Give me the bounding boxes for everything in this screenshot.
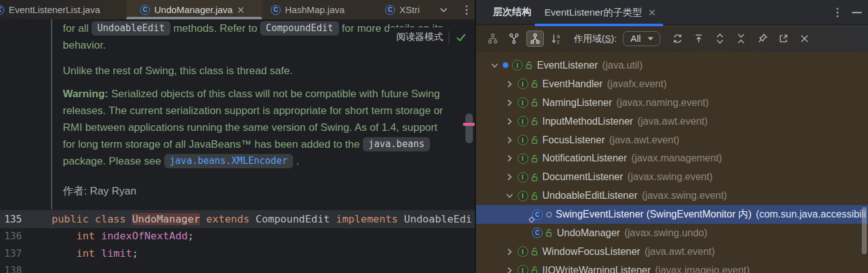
- chevron-right-icon[interactable]: [505, 98, 515, 108]
- tree-row-eventlistener[interactable]: IEventListener(java.util): [476, 56, 868, 75]
- public-lock-icon: [531, 98, 539, 107]
- type-name: UndoableEditListener: [543, 190, 638, 201]
- type-package: (javax.swing.event): [642, 190, 727, 201]
- chevron-right-icon[interactable]: [505, 266, 515, 273]
- tab-xstri[interactable]: C XStri: [374, 0, 434, 19]
- public-lock-icon: [531, 117, 539, 125]
- code-ref-link[interactable]: java.beans.XMLEncoder: [164, 154, 294, 168]
- chevron-right-icon[interactable]: [505, 117, 515, 127]
- panel-options-kebab-icon[interactable]: [836, 7, 839, 18]
- scope-dropdown[interactable]: All: [623, 31, 660, 46]
- type-name: UndoManager: [557, 228, 620, 239]
- type-package: (javax.management): [632, 153, 722, 164]
- public-lock-icon: [531, 192, 539, 200]
- tree-row-iiowritewarninglistener[interactable]: IIIOWriteWarningListener(javax.imageio.e…: [476, 261, 868, 273]
- code-ref-link[interactable]: UndoableEdit: [91, 21, 170, 36]
- chevron-right-icon[interactable]: [505, 153, 515, 163]
- doc-line: for all UndoableEdit methods. Refer to C…: [63, 20, 443, 37]
- expand-to-top-icon[interactable]: [690, 31, 707, 47]
- local-visibility-icon: [546, 212, 552, 218]
- anonymous-class-icon: C: [532, 209, 543, 220]
- close-icon[interactable]: [237, 6, 245, 14]
- doc-line: Warning: Serialized objects of this clas…: [63, 85, 440, 102]
- code-line[interactable]: public class UndoManager extends Compoun…: [52, 211, 472, 228]
- hierarchy-tab[interactable]: EventListener的子类型: [534, 0, 663, 25]
- tree-row-undoableeditlistener[interactable]: IUndoableEditListener(javax.swing.event): [476, 186, 868, 205]
- doc-line: releases. The current serialization supp…: [63, 102, 443, 119]
- chevron-down-icon[interactable]: [505, 191, 515, 201]
- chevron-right-icon[interactable]: [505, 79, 515, 89]
- ide-window: C EventListenerList.java C UndoManager.j…: [0, 0, 868, 273]
- code-line[interactable]: int limit;: [52, 245, 138, 262]
- public-lock-icon: [531, 173, 539, 181]
- tree-row-notificationlistener[interactable]: INotificationListener(javax.management): [476, 149, 868, 168]
- type-package: (com.sun.java.accessibili: [756, 209, 866, 220]
- hierarchy-tree: IEventListener(java.util)IEventHandler(j…: [476, 54, 868, 273]
- editor-pane: C EventListenerList.java C UndoManager.j…: [0, 0, 475, 273]
- pin-icon[interactable]: [754, 31, 771, 47]
- close-icon[interactable]: [648, 9, 656, 16]
- tab-undomanager[interactable]: C UndoManager.java: [126, 0, 262, 19]
- tree-row-documentlistener[interactable]: IDocumentListener(javax.swing.event): [476, 168, 868, 186]
- tab-label: HashMap.java: [285, 4, 345, 15]
- inspections-ok-check-icon[interactable]: [455, 31, 467, 44]
- minimize-icon[interactable]: [852, 11, 862, 14]
- error-stripe-marker[interactable]: [463, 123, 475, 126]
- public-lock-icon: [531, 117, 539, 125]
- code-line[interactable]: int indexOfNextAdd;: [52, 228, 194, 245]
- supertypes-hierarchy-icon[interactable]: [505, 31, 523, 47]
- tab-hashmap[interactable]: C HashMap.java: [262, 0, 374, 19]
- reader-mode-widget[interactable]: 阅读器模式: [389, 27, 471, 47]
- type-name: EventHandler: [543, 79, 603, 90]
- chevron-right-icon[interactable]: [505, 247, 515, 257]
- public-lock-icon: [531, 155, 539, 163]
- line-number: 138: [4, 262, 22, 273]
- tree-row-inputmethodlistener[interactable]: IInputMethodListener(java.awt.event): [476, 112, 868, 131]
- public-lock-icon: [546, 229, 553, 237]
- type-package: (javax.swing.event): [627, 171, 712, 183]
- class-hierarchy-icon[interactable]: [484, 31, 502, 47]
- tree-scrollbar-thumb[interactable]: [862, 207, 867, 254]
- tree-row-naminglistener[interactable]: INamingListener(javax.naming.event): [476, 93, 868, 112]
- tab-eventlistenerlist[interactable]: C EventListenerList.java: [0, 0, 126, 19]
- tree-row-eventhandler[interactable]: IEventHandler(javafx.event): [476, 75, 868, 93]
- editor-body[interactable]: for all UndoableEdit methods. Refer to C…: [0, 19, 475, 273]
- expand-all-icon[interactable]: [711, 31, 729, 47]
- doc-line: behavior.: [63, 37, 106, 54]
- code-ref-link[interactable]: java.beans: [363, 137, 430, 151]
- open-in-new-window-icon[interactable]: [775, 31, 792, 47]
- close-icon[interactable]: [796, 31, 813, 47]
- hidden-tabs-chevron-icon[interactable]: [434, 0, 454, 19]
- subtypes-hierarchy-icon[interactable]: [526, 31, 544, 47]
- tree-row-windowfocuslistener[interactable]: IWindowFocusListener(java.awt.event): [476, 242, 868, 261]
- tree-row-focuslistener[interactable]: IFocusListener(java.awt.event): [476, 131, 868, 150]
- refresh-icon[interactable]: [669, 31, 686, 47]
- editor-scrollbar-thumb[interactable]: [465, 113, 473, 143]
- public-lock-icon: [531, 192, 539, 200]
- type-package: (javafx.event): [607, 79, 666, 90]
- type-name: InputMethodListener: [543, 116, 633, 127]
- class-icon: C: [532, 228, 543, 238]
- type-name: DocumentListener: [543, 171, 623, 183]
- interface-icon: I: [518, 116, 528, 127]
- tab-label: XStri: [399, 4, 420, 15]
- hierarchy-header: 层次结构 EventListener的子类型: [476, 0, 868, 25]
- public-lock-icon: [531, 136, 539, 144]
- hierarchy-tab-label: EventListener的子类型: [544, 6, 642, 19]
- chevron-spacer: [519, 228, 529, 238]
- tree-row-undomanager[interactable]: CUndoManager(javax.swing.undo): [476, 224, 868, 242]
- rendered-doc-gutter-line[interactable]: [51, 19, 52, 209]
- tree-row-swingeventlistener[interactable]: CSwingEventListener (SwingEventMonitor 内…: [476, 205, 868, 224]
- chevron-right-icon[interactable]: [505, 135, 515, 145]
- public-lock-icon: [531, 247, 539, 256]
- sort-alphabetically-icon[interactable]: az: [548, 31, 565, 47]
- chevron-down-icon[interactable]: [490, 60, 500, 70]
- line-number: 135: [4, 211, 22, 228]
- editor-options-kebab-icon[interactable]: [461, 0, 472, 19]
- tab-label: UndoManager.java: [154, 4, 233, 15]
- chevron-right-icon[interactable]: [505, 172, 515, 182]
- interface-icon: I: [518, 191, 528, 201]
- interface-icon: I: [518, 135, 528, 145]
- collapse-all-icon[interactable]: [732, 31, 750, 47]
- code-ref-link[interactable]: CompoundEdit: [260, 21, 338, 36]
